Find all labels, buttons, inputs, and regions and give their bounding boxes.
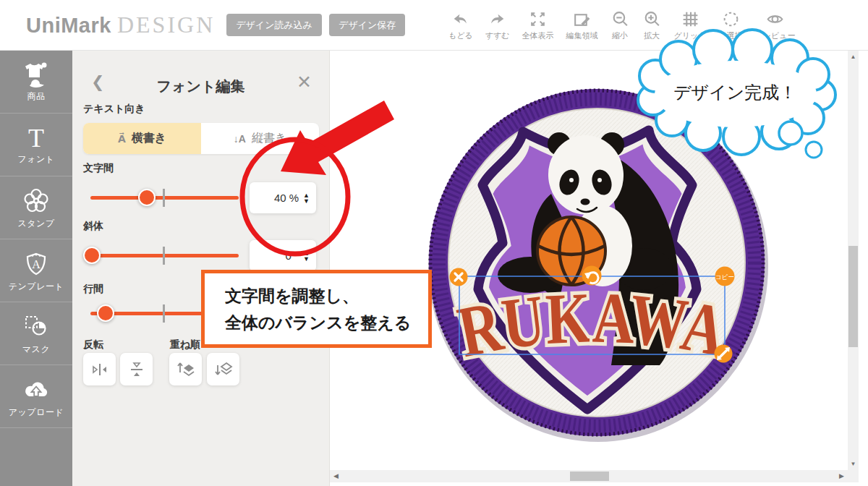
callout-box: 文字間を調整し、 全体のバランスを整える	[201, 270, 432, 348]
font-icon: T	[20, 124, 52, 153]
product-icon	[20, 61, 52, 90]
undo-button[interactable]: もどる	[448, 9, 473, 41]
spacing-value-input[interactable]: 40 % ▲▼	[250, 182, 316, 213]
edit-area-button[interactable]: 編集領域	[566, 9, 598, 41]
mask-icon	[20, 311, 52, 343]
panel-title: フォント編集	[72, 77, 329, 96]
spacing-label: 文字間	[83, 162, 114, 175]
vertical-text-icon: ↓A	[234, 133, 246, 145]
vertical-scrollbar[interactable]: ▲ ▼	[848, 51, 859, 470]
italic-slider-handle[interactable]	[83, 247, 101, 264]
upload-icon	[20, 374, 52, 406]
fit-view-icon	[528, 9, 548, 29]
preview-button[interactable]: プレビュー	[755, 9, 796, 41]
save-design-button[interactable]: デザイン保存	[329, 14, 405, 36]
scroll-up-icon[interactable]: ▲	[848, 54, 859, 60]
grid-button[interactable]: グリッド	[674, 9, 707, 41]
svg-text:T: T	[28, 124, 44, 153]
scroll-left-icon[interactable]: ◀	[333, 472, 339, 479]
tool-label: グリッド	[674, 30, 707, 41]
sidebar-item-stamp[interactable]: スタンプ	[0, 176, 72, 239]
zoom-out-icon	[610, 9, 630, 29]
header: UniMark DESIGN デザイン読み込み デザイン保存 もどる すすむ 全…	[0, 0, 868, 51]
scroll-down-icon[interactable]: ▼	[848, 461, 859, 467]
sidebar-item-label: テンプレート	[9, 281, 64, 293]
send-backward-button[interactable]	[207, 353, 239, 385]
flip-horizontal-button[interactable]	[83, 353, 116, 385]
close-icon[interactable]: ✕	[297, 73, 312, 91]
sidebar-item-label: マスク	[22, 344, 50, 356]
sidebar-item-font[interactable]: T フォント	[0, 114, 72, 176]
order-label: 重ね順	[170, 338, 200, 351]
bring-forward-button[interactable]	[169, 353, 202, 385]
undo-icon	[451, 9, 470, 29]
font-edit-panel: ❮ フォント編集 ✕ テキスト向き A⃗ 横書き ↓A 縦書き 文字間 40 %…	[72, 51, 330, 486]
svg-text:A: A	[32, 258, 41, 270]
preview-icon	[765, 9, 785, 29]
sidebar-item-mask[interactable]: マスク	[0, 302, 72, 365]
select-all-button[interactable]: 全選択	[719, 9, 743, 41]
horizontal-scrollbar[interactable]: ◀ ▶	[330, 470, 848, 482]
bring-forward-icon	[176, 359, 196, 380]
tool-label: もどる	[448, 30, 473, 41]
zoom-in-icon	[642, 9, 662, 29]
flip-label: 反転	[83, 338, 103, 351]
horizontal-option-label: 横書き	[132, 131, 166, 146]
design-canvas[interactable]: ▲ ▼ ◀ ▶	[330, 51, 868, 486]
tool-label: 拡大	[644, 30, 660, 41]
spacing-value: 40 %	[274, 192, 299, 204]
orientation-label: テキスト向き	[83, 103, 145, 116]
vertical-scrollbar-thumb[interactable]	[848, 246, 858, 347]
sidebar-item-label: 商品	[27, 90, 46, 103]
sidebar-item-label: スタンプ	[17, 218, 54, 230]
spinner-down-icon[interactable]: ▼	[303, 198, 310, 204]
horizontal-scrollbar-thumb[interactable]	[570, 472, 609, 481]
load-design-button[interactable]: デザイン読み込み	[226, 14, 322, 36]
line-spacing-label: 行間	[83, 283, 103, 296]
spacing-slider[interactable]	[90, 189, 239, 206]
italic-slider[interactable]	[90, 247, 239, 264]
slider-tick	[163, 189, 165, 207]
scrollbar-corner	[848, 470, 859, 482]
sidebar-item-label: アップロード	[9, 406, 64, 419]
flip-vertical-button[interactable]	[120, 353, 153, 385]
sidebar-item-label: フォント	[17, 153, 54, 166]
redo-button[interactable]: すすむ	[485, 9, 510, 41]
template-icon: A	[20, 248, 52, 280]
spacing-spinner: ▲▼	[303, 192, 310, 204]
sidebar-item-template[interactable]: A テンプレート	[0, 239, 72, 302]
grid-icon	[681, 9, 700, 29]
toolbar: もどる すすむ 全体表示 編集領域	[448, 9, 796, 41]
tool-label: 全体表示	[522, 30, 554, 41]
redo-icon	[488, 9, 507, 29]
vertical-option[interactable]: ↓A 縦書き	[201, 123, 319, 154]
slider-tick	[163, 304, 165, 323]
zoom-out-button[interactable]: 縮小	[610, 9, 630, 41]
tool-label: 縮小	[612, 30, 628, 41]
app-logo: UniMark DESIGN	[26, 12, 215, 38]
fit-view-button[interactable]: 全体表示	[522, 9, 554, 41]
flip-vertical-icon	[127, 360, 146, 379]
italic-value-input[interactable]: 0 ° ▲▼	[250, 240, 316, 271]
spacing-slider-handle[interactable]	[138, 189, 156, 206]
scroll-right-icon[interactable]: ▶	[839, 472, 844, 479]
zoom-in-button[interactable]: 拡大	[642, 9, 662, 41]
sidebar-item-upload[interactable]: アップロード	[0, 365, 72, 428]
logo-primary: UniMark	[26, 14, 111, 38]
tool-label: すすむ	[485, 30, 510, 41]
tool-label: 全選択	[719, 30, 743, 41]
sidebar: 商品 T フォント スタンプ A テンプレート マスク	[0, 51, 72, 486]
tool-label: 編集領域	[566, 30, 598, 41]
spinner-down-icon[interactable]: ▼	[303, 256, 310, 262]
callout-line2: 全体のバランスを整える	[225, 310, 428, 336]
sidebar-item-product[interactable]: 商品	[0, 51, 72, 114]
vertical-option-label: 縦書き	[252, 131, 286, 146]
edit-area-icon	[572, 9, 592, 29]
stamp-icon	[20, 185, 52, 217]
flip-horizontal-icon	[90, 360, 109, 379]
send-backward-icon	[213, 359, 234, 380]
italic-label: 斜体	[83, 220, 103, 233]
callout-line1: 文字間を調整し、	[225, 283, 428, 310]
horizontal-option[interactable]: A⃗ 横書き	[83, 123, 201, 154]
line-spacing-slider-handle[interactable]	[97, 304, 114, 322]
